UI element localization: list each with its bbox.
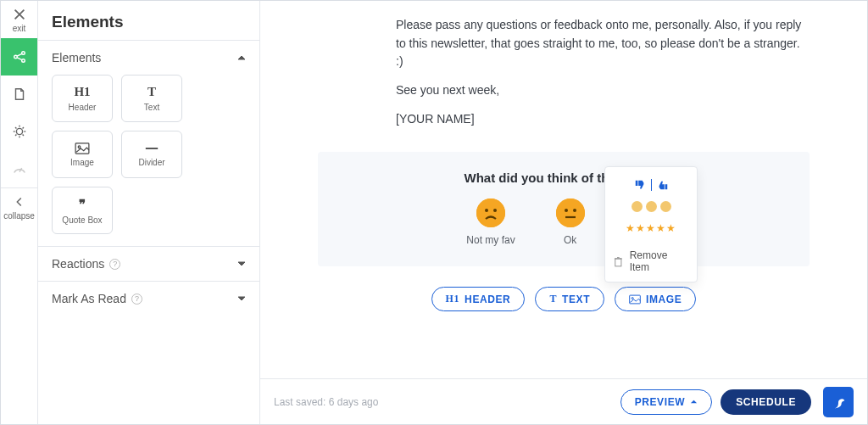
svg-rect-33 — [615, 258, 621, 266]
text-icon: T — [147, 85, 156, 99]
separator — [651, 179, 652, 191]
neutral-icon — [556, 199, 585, 227]
canvas: Please pass any questions or feedback on… — [260, 1, 867, 378]
add-block-row: H1 HEADER T TEXT IMAGE — [286, 287, 842, 311]
tile-text-label: Text — [144, 103, 159, 112]
tile-quotebox[interactable]: ❞ Quote Box — [52, 187, 113, 234]
add-header-label: HEADER — [465, 294, 510, 305]
paragraph: [YOUR NAME] — [396, 110, 803, 129]
svg-point-27 — [565, 209, 568, 212]
tile-header[interactable]: H1 Header — [52, 75, 113, 122]
h1-icon: H1 — [74, 85, 90, 99]
svg-point-7 — [16, 128, 22, 134]
divider-icon — [144, 143, 159, 154]
help-icon: ? — [131, 294, 142, 305]
tile-image-label: Image — [70, 158, 94, 167]
reactions-popover: ★★★★★ Remove Item — [604, 166, 698, 282]
add-header-button[interactable]: H1 HEADER — [431, 287, 526, 311]
paragraph: Please pass any questions or feedback on… — [396, 16, 803, 71]
icon-rail: exit collapse — [1, 1, 38, 424]
section-reactions-label: Reactions — [52, 257, 104, 271]
popover-thumbs-option[interactable] — [614, 174, 688, 196]
svg-marker-17 — [238, 56, 245, 59]
svg-line-6 — [17, 58, 22, 60]
svg-marker-21 — [238, 262, 245, 266]
main-area: Please pass any questions or feedback on… — [260, 1, 867, 424]
mini-emoji-icon — [660, 201, 671, 212]
elements-panel: Elements Elements H1 Header T Text Image — [38, 1, 260, 424]
section-elements-label: Elements — [52, 51, 101, 64]
thumbs-down-icon — [634, 179, 646, 191]
svg-point-3 — [21, 52, 25, 55]
tile-quotebox-label: Quote Box — [62, 215, 102, 225]
image-icon — [629, 294, 641, 305]
nav-ideas[interactable] — [1, 113, 37, 150]
schedule-button[interactable]: SCHEDULE — [721, 389, 811, 415]
reactions-block[interactable]: What did you think of this issue? Not my… — [318, 152, 810, 266]
chevron-down-icon — [237, 257, 246, 271]
svg-line-13 — [22, 135, 23, 136]
trash-icon — [614, 256, 623, 267]
reaction-label: Ok — [564, 234, 576, 246]
svg-point-28 — [573, 209, 576, 212]
exit-button[interactable]: exit — [1, 1, 37, 38]
nav-speed[interactable] — [1, 150, 37, 187]
svg-line-15 — [15, 135, 16, 136]
thumbs-up-icon — [657, 179, 669, 191]
svg-marker-22 — [238, 297, 245, 300]
svg-point-26 — [556, 199, 585, 227]
section-mark-as-read[interactable]: Mark As Read ? — [38, 282, 259, 316]
help-icon: ? — [109, 259, 120, 270]
last-saved: Last saved: 6 days ago — [274, 396, 378, 408]
add-text-button[interactable]: T TEXT — [535, 287, 604, 311]
preview-button[interactable]: PREVIEW — [620, 389, 713, 415]
schedule-label: SCHEDULE — [736, 396, 796, 408]
panel-title: Elements — [38, 1, 259, 40]
quote-icon: ❞ — [79, 197, 86, 212]
popover-remove-label: Remove Item — [630, 249, 688, 273]
svg-line-12 — [15, 127, 16, 128]
svg-point-4 — [21, 59, 25, 63]
image-icon — [75, 143, 90, 154]
section-elements[interactable]: Elements — [38, 41, 259, 75]
tile-divider-label: Divider — [138, 158, 164, 167]
tile-divider[interactable]: Divider — [121, 131, 182, 178]
reaction-not-my-fav[interactable]: Not my fav — [466, 199, 515, 246]
text-icon: T — [549, 293, 557, 305]
brand-logo[interactable] — [823, 387, 854, 417]
svg-line-14 — [22, 127, 23, 128]
svg-point-37 — [632, 297, 633, 299]
footer: Last saved: 6 days ago PREVIEW SCHEDULE — [260, 378, 867, 424]
chevron-up-icon — [690, 398, 698, 405]
reaction-ok[interactable]: Ok — [556, 199, 585, 246]
add-image-button[interactable]: IMAGE — [615, 287, 696, 311]
svg-line-5 — [17, 53, 22, 56]
svg-point-2 — [14, 55, 17, 59]
svg-point-19 — [78, 145, 81, 148]
section-markasread-label: Mark As Read — [52, 292, 126, 305]
section-reactions[interactable]: Reactions ? — [38, 247, 259, 281]
collapse-button[interactable]: collapse — [1, 188, 37, 226]
svg-marker-38 — [691, 400, 697, 404]
collapse-label: collapse — [3, 211, 35, 221]
svg-point-25 — [493, 209, 497, 212]
preview-label: PREVIEW — [635, 396, 686, 408]
popover-stars-option[interactable]: ★★★★★ — [614, 217, 688, 239]
paragraph: See you next week, — [396, 81, 803, 100]
chevron-up-icon — [237, 51, 246, 64]
nav-document[interactable] — [1, 75, 37, 113]
stars-icon: ★★★★★ — [626, 222, 676, 234]
mini-emoji-icon — [632, 201, 643, 212]
body-text[interactable]: Please pass any questions or feedback on… — [396, 16, 803, 128]
tile-image[interactable]: Image — [52, 131, 113, 178]
add-text-label: TEXT — [562, 294, 590, 305]
svg-point-23 — [476, 199, 505, 227]
popover-emoji-option[interactable] — [614, 196, 688, 217]
frown-icon — [476, 199, 505, 227]
tile-header-label: Header — [69, 103, 97, 112]
reaction-label: Not my fav — [466, 234, 515, 246]
tile-text[interactable]: T Text — [121, 75, 182, 122]
popover-remove-item[interactable]: Remove Item — [614, 243, 688, 273]
nav-share[interactable] — [1, 38, 37, 75]
h1-icon: H1 — [446, 293, 460, 305]
